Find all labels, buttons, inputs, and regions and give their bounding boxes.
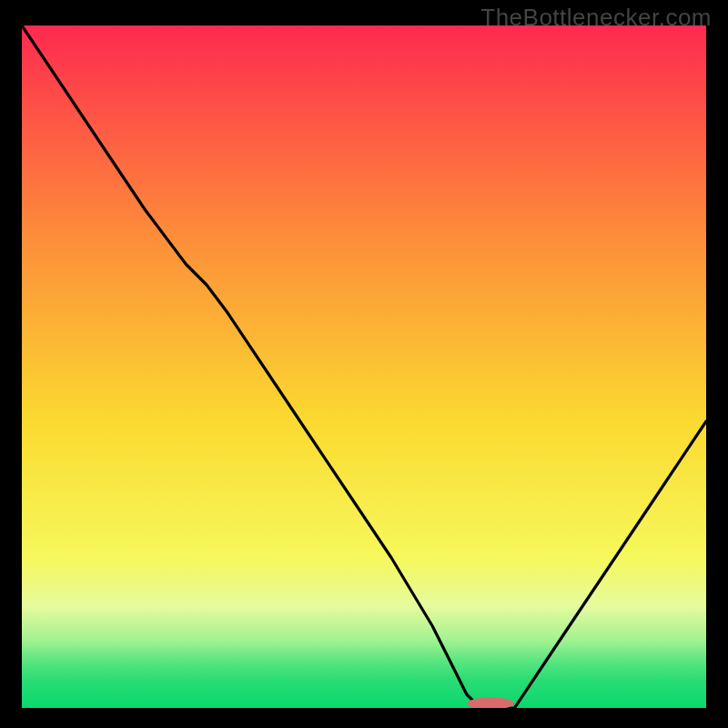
chart-frame: TheBottlenecker.com	[0, 0, 728, 728]
chart-svg	[22, 25, 706, 708]
plot-area	[22, 25, 706, 708]
gradient-background	[22, 25, 706, 708]
